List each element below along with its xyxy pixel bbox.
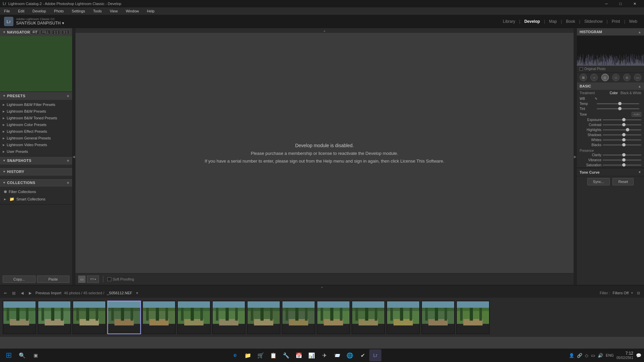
module-develop[interactable]: Develop — [522, 18, 543, 25]
lang-indicator[interactable]: ENG — [606, 353, 614, 357]
nav-1to1[interactable]: 1:1 — [52, 30, 60, 35]
menu-tools[interactable]: Tools — [92, 8, 103, 14]
dropbox-icon[interactable]: ◇ — [585, 353, 588, 358]
sync-button[interactable]: Sync... — [587, 178, 610, 185]
reset-button[interactable]: Reset — [612, 178, 634, 185]
module-map[interactable]: Map — [546, 18, 559, 25]
list-item[interactable]: ▶ User Presets — [0, 148, 72, 155]
maximize-button[interactable]: □ — [614, 0, 627, 7]
prev-arrow[interactable]: ◀ — [19, 290, 25, 296]
taskbar-vpn[interactable]: ✈ — [318, 349, 330, 361]
volume-icon[interactable]: 🔊 — [598, 353, 603, 358]
exposure-slider[interactable] — [603, 119, 641, 120]
basic-header[interactable]: Basic ▲ — [577, 82, 644, 90]
module-book[interactable]: Book — [563, 18, 578, 25]
taskbar-calc[interactable]: 📊 — [306, 349, 318, 361]
thumbnail-item[interactable] — [282, 301, 315, 334]
wb-eyedropper-icon[interactable]: ✎ — [595, 97, 597, 101]
top-chevron[interactable]: ▲ — [75, 28, 574, 33]
exposure-thumb[interactable] — [622, 118, 626, 121]
saturation-slider[interactable] — [603, 165, 641, 166]
graduated-filter-tool[interactable]: □ — [612, 74, 620, 81]
taskbar-lr[interactable]: Lr — [369, 349, 381, 361]
highlights-slider[interactable] — [603, 129, 641, 130]
whites-slider[interactable] — [603, 139, 641, 140]
list-item[interactable]: ▶ Lightroom B&W Filter Presets — [0, 101, 72, 108]
taskbar-explorer[interactable]: 📁 — [242, 349, 254, 361]
whites-thumb[interactable] — [622, 138, 626, 141]
saturation-thumb[interactable] — [622, 163, 626, 167]
taskbar-calendar[interactable]: 📅 — [293, 349, 305, 361]
vibrance-slider[interactable] — [603, 160, 641, 161]
thumbnail-item[interactable] — [107, 301, 141, 334]
list-item[interactable]: ▶ Lightroom B&W Toned Presets — [0, 115, 72, 121]
nav-fit[interactable]: FIT — [31, 30, 39, 35]
smart-collections-item[interactable]: ▶ 📁 Smart Collections — [0, 195, 72, 203]
shadows-thumb[interactable] — [622, 133, 626, 136]
module-slideshow[interactable]: Slideshow — [582, 18, 605, 25]
basic-expand[interactable]: ▲ — [638, 84, 641, 88]
menu-help[interactable]: Help — [146, 8, 156, 14]
snapshots-add-button[interactable]: + — [67, 158, 69, 163]
vibrance-thumb[interactable] — [622, 158, 626, 162]
start-button[interactable]: ⊞ — [3, 349, 15, 361]
list-item[interactable]: ▶ Lightroom Effect Presets — [0, 128, 72, 135]
tone-curve-expand[interactable]: ▼ — [638, 170, 641, 174]
collections-header[interactable]: ▼ Collections + — [0, 179, 72, 187]
user-dropdown-icon[interactable]: ▾ — [62, 21, 64, 25]
module-print[interactable]: Print — [609, 18, 623, 25]
app-name-user[interactable]: SANTISUK DANPISUTH ▾ — [16, 21, 64, 25]
filter-dropdown-icon[interactable]: ▾ — [631, 291, 633, 295]
taskbar-chrome[interactable]: 🌐 — [344, 349, 356, 361]
paste-button[interactable]: Paste — [37, 276, 70, 283]
filename-dropdown[interactable]: ▾ — [135, 290, 140, 296]
taskbar-mail[interactable]: 📨 — [331, 349, 343, 361]
menu-file[interactable]: File — [3, 8, 11, 14]
menu-develop[interactable]: Develop — [31, 8, 47, 14]
clarity-thumb[interactable] — [622, 153, 626, 157]
tint-slider[interactable] — [597, 108, 639, 109]
search-button[interactable]: 🔍 — [16, 349, 28, 361]
adjustment-brush-tool[interactable]: — — [634, 74, 641, 81]
clarity-slider[interactable] — [603, 155, 641, 156]
thumbnail-item[interactable] — [177, 301, 211, 334]
module-library[interactable]: Library — [500, 18, 518, 25]
treatment-bw[interactable]: Black & White — [621, 91, 641, 95]
list-item[interactable]: ▶ Lightroom General Presets — [0, 135, 72, 141]
filmstrip-icon[interactable]: ▤ — [11, 290, 17, 296]
view-compare-button[interactable]: YY▾ — [87, 276, 99, 283]
presets-header[interactable]: ▼ Presets + — [0, 92, 72, 100]
contrast-slider[interactable] — [603, 124, 641, 125]
original-photo-checkbox[interactable] — [580, 67, 583, 71]
list-item[interactable]: ▶ Lightroom B&W Presets — [0, 108, 72, 115]
view-single-button[interactable]: ▭ — [78, 276, 86, 283]
taskbar-ie[interactable]: e — [229, 349, 241, 361]
spot-removal-tool[interactable]: ○ — [590, 74, 598, 81]
presets-add-button[interactable]: + — [67, 93, 69, 99]
thumbnail-item[interactable] — [317, 301, 350, 334]
network-icon[interactable]: 🔗 — [577, 353, 582, 358]
left-panel-collapse[interactable]: ◀ — [72, 28, 75, 285]
thumbnail-item[interactable] — [142, 301, 176, 334]
menu-view[interactable]: View — [108, 8, 119, 14]
thumbnail-item[interactable] — [72, 301, 106, 334]
menu-window[interactable]: Window — [124, 8, 140, 14]
highlights-thumb[interactable] — [626, 128, 629, 131]
nav-fill[interactable]: FILL — [41, 30, 51, 35]
soft-proofing-checkbox[interactable] — [107, 277, 111, 281]
thumbnail-item[interactable] — [421, 301, 455, 334]
history-header[interactable]: ▼ History — [0, 168, 72, 176]
blacks-thumb[interactable] — [622, 143, 626, 146]
radial-filter-tool[interactable]: ⊙ — [623, 74, 631, 81]
collections-add-button[interactable]: + — [67, 180, 69, 185]
taskbar-clipboard[interactable]: 📋 — [267, 349, 279, 361]
copy-button[interactable]: Copy... — [3, 276, 36, 283]
temp-slider[interactable] — [597, 103, 639, 104]
treatment-color[interactable]: Color — [610, 91, 618, 95]
tint-thumb[interactable] — [618, 107, 622, 110]
crop-tool[interactable]: ⊞ — [580, 74, 587, 81]
nav-3to1[interactable]: 3:1 — [61, 30, 69, 35]
notifications-icon[interactable]: 💬 — [636, 353, 641, 358]
taskbar-store[interactable]: 🛒 — [255, 349, 267, 361]
right-panel-collapse[interactable]: ▶ — [574, 28, 577, 285]
